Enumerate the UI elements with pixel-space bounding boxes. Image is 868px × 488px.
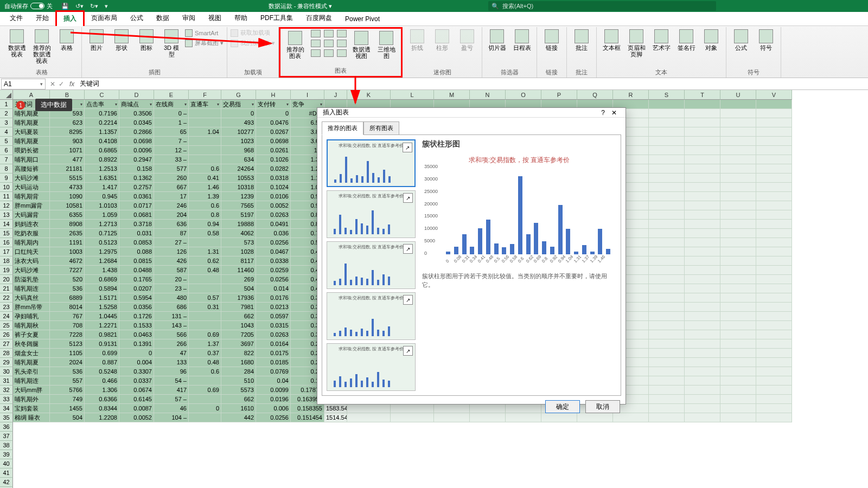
cell[interactable]: 46 (154, 404, 189, 413)
cell[interactable] (756, 229, 792, 238)
cell[interactable] (756, 275, 792, 284)
cell[interactable]: 0.0769 (256, 367, 291, 376)
cell[interactable] (756, 293, 792, 303)
cell[interactable] (189, 109, 221, 118)
cell[interactable]: 1.0445 (85, 312, 119, 321)
cell[interactable]: 胖mm漏背 (13, 201, 50, 210)
dialog-close-icon[interactable]: ✕ (608, 109, 620, 117)
cell[interactable]: 504 (50, 413, 85, 422)
cell[interactable] (720, 376, 756, 386)
cell[interactable] (720, 303, 756, 312)
cell[interactable]: 131 – (154, 312, 189, 321)
table-header-cell[interactable] (649, 100, 685, 109)
object-btn[interactable]: 对象 (700, 28, 723, 52)
cell[interactable] (685, 109, 720, 118)
cell[interactable] (685, 229, 720, 238)
pivotchart-btn[interactable]: 数据透视图 (350, 30, 373, 60)
cell[interactable]: 1455 (50, 404, 85, 413)
cell[interactable]: 0.0261 (256, 146, 291, 155)
cell[interactable]: 536 (50, 367, 85, 376)
cell[interactable]: 1090 (50, 192, 85, 201)
cell[interactable]: 妈妈连衣 (13, 220, 50, 229)
cell[interactable]: 1.6351 (85, 174, 119, 183)
cell[interactable]: 0.0052 (119, 413, 154, 422)
cell[interactable]: 棉绸 睡衣 (13, 413, 50, 422)
cell[interactable] (649, 413, 685, 422)
cell[interactable] (685, 220, 720, 229)
cancel-button[interactable]: 取消 (585, 400, 620, 413)
tab-all-charts[interactable]: 所有图表 (363, 121, 399, 135)
cell[interactable]: 8117 (221, 256, 256, 266)
cell[interactable] (756, 238, 792, 247)
cell[interactable] (720, 293, 756, 303)
cell[interactable]: 0.031 (119, 229, 154, 238)
cell[interactable]: 24264 (221, 164, 256, 174)
row-header[interactable]: 2 (0, 109, 13, 118)
cell[interactable] (756, 266, 792, 275)
fx-icon[interactable]: fx (67, 80, 76, 88)
col-header[interactable]: D (119, 90, 154, 100)
search-box[interactable]: 🔍 搜索(Alt+Q) (488, 1, 716, 11)
cell[interactable] (685, 404, 720, 413)
cell[interactable]: 1 – (154, 118, 189, 127)
timeline-btn[interactable]: 日程表 (510, 28, 533, 52)
cell[interactable] (685, 321, 720, 330)
cell[interactable] (649, 293, 685, 303)
cell[interactable]: 大码沙滩 (13, 174, 50, 183)
cell[interactable] (685, 376, 720, 386)
table-header-cell[interactable]: 支付转▾ (256, 100, 291, 109)
cell[interactable]: 0.6366 (85, 395, 119, 404)
enter-formula-icon[interactable]: ✓ (59, 80, 64, 88)
row-header[interactable]: 12 (0, 201, 13, 210)
cell[interactable]: 0.3506 (119, 109, 154, 118)
table-header-cell[interactable] (720, 100, 756, 109)
cell[interactable] (649, 220, 685, 229)
cell[interactable] (756, 137, 792, 146)
cell[interactable]: 0.014 (256, 284, 291, 293)
table-header-cell[interactable] (756, 100, 792, 109)
cell[interactable]: 8014 (50, 303, 85, 312)
cell[interactable]: 1.059 (85, 210, 119, 220)
cell[interactable] (720, 330, 756, 339)
link-btn[interactable]: 链接 (540, 28, 563, 52)
cell[interactable]: 17 (154, 192, 189, 201)
cell[interactable]: 宝妈套装 (13, 404, 50, 413)
cell[interactable] (685, 192, 720, 201)
cell[interactable]: 23 – (154, 284, 189, 293)
cell[interactable] (756, 413, 792, 422)
cell[interactable] (756, 146, 792, 155)
cell[interactable] (685, 386, 720, 395)
cell[interactable]: 0.6 (189, 367, 221, 376)
cell[interactable]: 0.466 (85, 376, 119, 386)
cell[interactable]: 0.0052 (256, 201, 291, 210)
cell[interactable] (720, 339, 756, 349)
cell[interactable] (756, 303, 792, 312)
col-header[interactable]: V (756, 90, 792, 100)
cell[interactable] (685, 413, 720, 422)
cell[interactable]: 0.0256 (256, 275, 291, 284)
row-header[interactable]: 42 (0, 478, 13, 487)
cell[interactable]: 6889 (50, 293, 85, 303)
chart-thumbnail-4[interactable]: 求和项:交易指数, 按 直通车参考价↗ (327, 343, 416, 391)
cell[interactable]: 1105 (50, 349, 85, 358)
cell[interactable]: 686 (154, 303, 189, 312)
row-header[interactable]: 34 (0, 404, 13, 413)
chart-thumbnail-3[interactable]: 求和项:交易指数, 按 直通车参考价↗ (327, 292, 416, 340)
cell[interactable] (649, 367, 685, 376)
cell[interactable] (756, 174, 792, 183)
cell[interactable]: 968 (221, 146, 256, 155)
cell[interactable] (720, 395, 756, 404)
cell[interactable]: 1.31 (189, 247, 221, 256)
cell[interactable]: 577 (154, 164, 189, 174)
cell[interactable]: 493 (221, 118, 256, 127)
3d-map-btn[interactable]: 三维地图 (375, 30, 398, 60)
cell[interactable] (720, 266, 756, 275)
sparkline-column[interactable]: 柱形 (431, 28, 454, 52)
cell[interactable] (756, 376, 792, 386)
slicer-btn[interactable]: 切片器 (486, 28, 508, 52)
cell[interactable] (649, 155, 685, 164)
cell[interactable]: 0.57 (189, 293, 221, 303)
table-btn[interactable]: 表格 (55, 28, 78, 52)
cell[interactable]: 0.0263 (256, 330, 291, 339)
cell[interactable] (685, 146, 720, 155)
